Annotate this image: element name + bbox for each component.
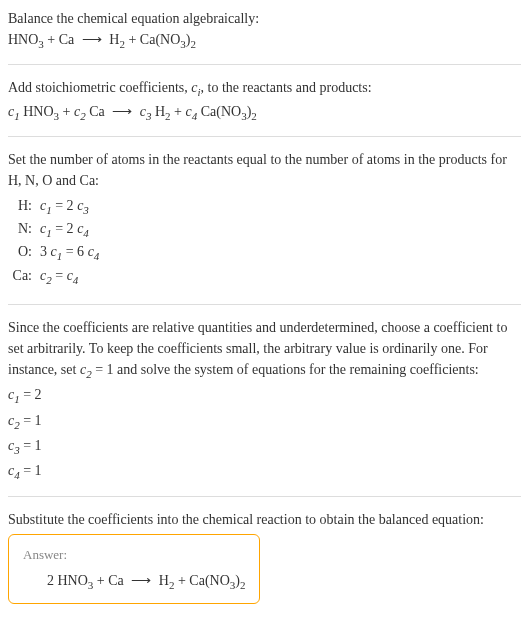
reactant-2: Ca: [59, 32, 75, 47]
atom-eq: c2 = c4: [40, 265, 105, 288]
section-problem: Balance the chemical equation algebraica…: [8, 8, 521, 64]
problem-equation: HNO3 + Ca ⟶ H2 + Ca(NO3)2: [8, 29, 521, 52]
solution-line: c2 = 1: [8, 410, 521, 433]
reactant-1: HNO3: [8, 32, 44, 47]
answer-equation: 2 HNO3 + Ca ⟶ H2 + Ca(NO3)2: [23, 570, 245, 593]
atom-label: Ca:: [8, 265, 40, 288]
table-row: N: c1 = 2 c4: [8, 218, 105, 241]
atom-eq: c1 = 2 c4: [40, 218, 105, 241]
stoich-intro: Add stoichiometric coefficients, ci, to …: [8, 77, 521, 100]
solution-line: c3 = 1: [8, 435, 521, 458]
plus: +: [44, 32, 59, 47]
atom-label: N:: [8, 218, 40, 241]
product-1: H2: [109, 32, 125, 47]
section-answer: Substitute the coefficients into the che…: [8, 496, 521, 617]
answer-label: Answer:: [23, 545, 245, 571]
atom-label: O:: [8, 241, 40, 264]
table-row: Ca: c2 = c4: [8, 265, 105, 288]
table-row: H: c1 = 2 c3: [8, 195, 105, 218]
atom-label: H:: [8, 195, 40, 218]
atom-equations-table: H: c1 = 2 c3 N: c1 = 2 c4 O: 3 c1 = 6 c4…: [8, 195, 105, 288]
arrow-icon: ⟶: [78, 32, 106, 47]
problem-intro: Balance the chemical equation algebraica…: [8, 8, 521, 29]
section-stoichiometric: Add stoichiometric coefficients, ci, to …: [8, 64, 521, 136]
coeff-symbol: ci: [191, 80, 200, 95]
solve-intro: Since the coefficients are relative quan…: [8, 317, 521, 382]
table-row: O: 3 c1 = 6 c4: [8, 241, 105, 264]
answer-intro: Substitute the coefficients into the che…: [8, 509, 521, 530]
arrow-icon: ⟶: [127, 573, 155, 588]
plus: +: [125, 32, 140, 47]
product-2: Ca(NO3)2: [140, 32, 196, 47]
atom-eq: 3 c1 = 6 c4: [40, 241, 105, 264]
atom-eq: c1 = 2 c3: [40, 195, 105, 218]
section-atoms: Set the number of atoms in the reactants…: [8, 136, 521, 304]
arrow-icon: ⟶: [108, 104, 136, 119]
section-solve: Since the coefficients are relative quan…: [8, 304, 521, 495]
atoms-intro: Set the number of atoms in the reactants…: [8, 149, 521, 191]
answer-box: Answer: 2 HNO3 + Ca ⟶ H2 + Ca(NO3)2: [8, 534, 260, 605]
solution-line: c1 = 2: [8, 384, 521, 407]
stoich-equation: c1 HNO3 + c2 Ca ⟶ c3 H2 + c4 Ca(NO3)2: [8, 101, 521, 124]
solution-line: c4 = 1: [8, 460, 521, 483]
